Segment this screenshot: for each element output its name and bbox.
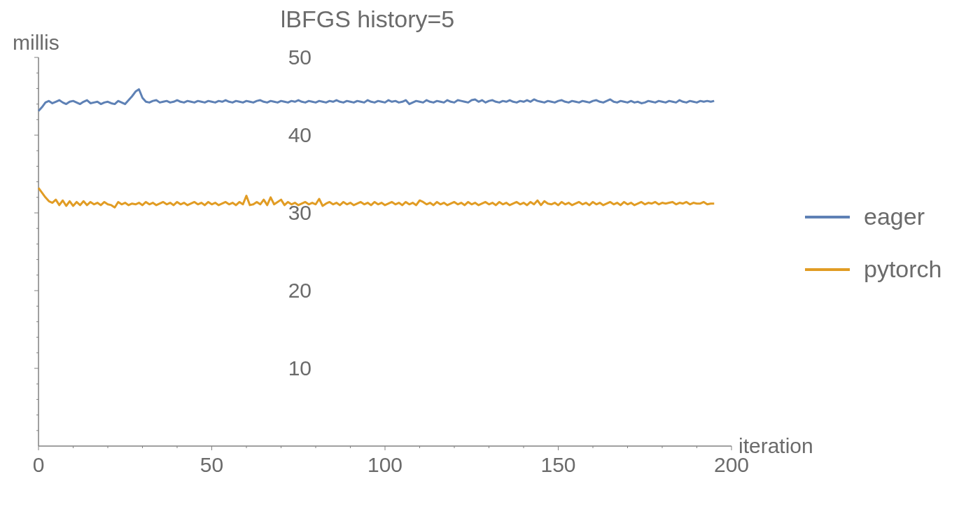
chart-title: lBFGS history=5	[0, 6, 735, 33]
plot-area	[38, 57, 732, 464]
x-tick-label: 0	[33, 453, 45, 477]
legend-swatch	[805, 216, 850, 218]
y-tick-label: 50	[31, 46, 312, 69]
legend-row-eager: eager	[805, 203, 942, 230]
x-axis-label: iteration	[738, 434, 813, 458]
legend-swatch	[805, 268, 850, 271]
y-tick-label: 10	[31, 356, 312, 380]
x-tick-label: 100	[368, 453, 402, 477]
plot-svg	[38, 57, 732, 464]
legend-label: eager	[864, 203, 925, 230]
legend-label: pytorch	[864, 256, 942, 283]
y-tick-label: 20	[31, 279, 312, 303]
series-eager	[38, 90, 714, 111]
x-tick-label: 50	[200, 453, 223, 477]
legend: eagerpytorch	[805, 203, 942, 283]
x-tick-label: 150	[540, 453, 575, 477]
x-tick-label: 200	[714, 453, 749, 477]
legend-row-pytorch: pytorch	[805, 256, 942, 283]
chart-container: lBFGS history=5 millis iteration 1020304…	[0, 0, 980, 514]
y-tick-label: 30	[31, 201, 312, 225]
y-tick-label: 40	[31, 123, 312, 147]
